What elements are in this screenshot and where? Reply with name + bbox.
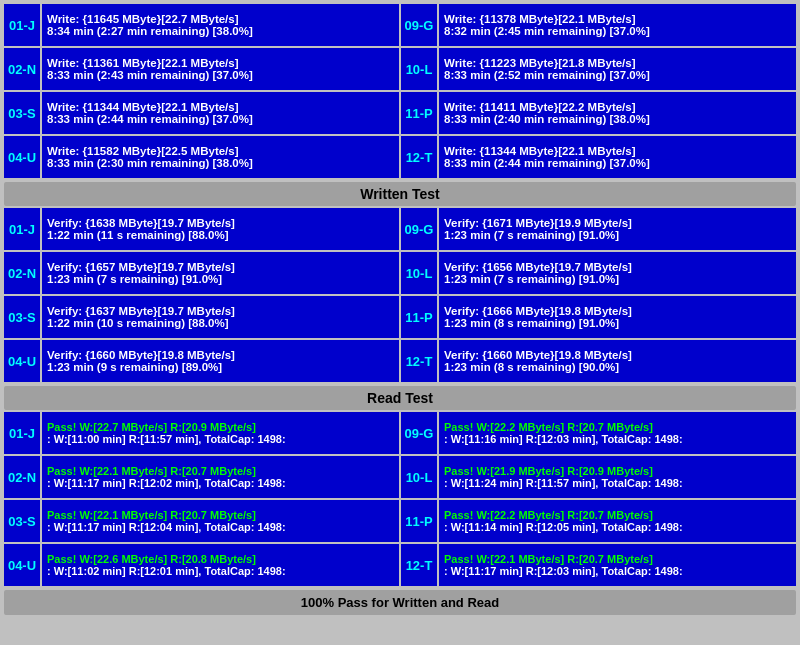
write-section: 01-JWrite: {11645 MByte}[22.7 MByte/s]8:… <box>4 4 796 178</box>
read-section: 01-JPass! W:[22.7 MByte/s] R:[20.9 MByte… <box>4 412 796 586</box>
cell-data-right-0: Write: {11378 MByte}[22.1 MByte/s]8:32 m… <box>439 4 796 46</box>
written-test-header: Written Test <box>4 182 796 206</box>
cell-line1-left-2: Verify: {1637 MByte}[19.7 MByte/s] <box>47 305 394 317</box>
cell-line2-right-1: 8:33 min (2:52 min remaining) [37.0%] <box>444 69 791 81</box>
cell-line2-left-2: : W:[11:17 min] R:[12:04 min], TotalCap:… <box>47 521 394 533</box>
cell-line1-right-0: Verify: {1671 MByte}[19.9 MByte/s] <box>444 217 791 229</box>
cell-line2-right-1: 1:23 min (7 s remaining) [91.0%] <box>444 273 791 285</box>
cell-data-right-2: Pass! W:[22.2 MByte/s] R:[20.7 MByte/s]:… <box>439 500 796 542</box>
cell-line1-right-2: Pass! W:[22.2 MByte/s] R:[20.7 MByte/s] <box>444 509 791 521</box>
cell-id-left-3: 04-U <box>4 136 40 178</box>
cell-line1-left-0: Write: {11645 MByte}[22.7 MByte/s] <box>47 13 394 25</box>
cell-data-left-2: Write: {11344 MByte}[22.1 MByte/s]8:33 m… <box>42 92 399 134</box>
footer-text: 100% Pass for Written and Read <box>301 595 499 610</box>
cell-line2-left-0: : W:[11:00 min] R:[11:57 min], TotalCap:… <box>47 433 394 445</box>
cell-data-right-3: Write: {11344 MByte}[22.1 MByte/s]8:33 m… <box>439 136 796 178</box>
cell-line2-left-0: 8:34 min (2:27 min remaining) [38.0%] <box>47 25 394 37</box>
cell-data-right-1: Write: {11223 MByte}[21.8 MByte/s]8:33 m… <box>439 48 796 90</box>
cell-id-right-2: 11-P <box>401 500 437 542</box>
verify-rows: 01-JVerify: {1638 MByte}[19.7 MByte/s]1:… <box>4 208 796 382</box>
cell-line1-left-0: Verify: {1638 MByte}[19.7 MByte/s] <box>47 217 394 229</box>
cell-line2-right-2: : W:[11:14 min] R:[12:05 min], TotalCap:… <box>444 521 791 533</box>
cell-data-right-0: Pass! W:[22.2 MByte/s] R:[20.7 MByte/s]:… <box>439 412 796 454</box>
data-row-0: 01-JPass! W:[22.7 MByte/s] R:[20.9 MByte… <box>4 412 796 454</box>
cell-id-right-1: 10-L <box>401 252 437 294</box>
cell-line2-left-1: 8:33 min (2:43 min remaining) [37.0%] <box>47 69 394 81</box>
cell-data-right-3: Verify: {1660 MByte}[19.8 MByte/s]1:23 m… <box>439 340 796 382</box>
read-test-header: Read Test <box>4 386 796 410</box>
read-test-label: Read Test <box>367 390 433 406</box>
cell-line1-right-2: Write: {11411 MByte}[22.2 MByte/s] <box>444 101 791 113</box>
cell-data-left-1: Pass! W:[22.1 MByte/s] R:[20.7 MByte/s]:… <box>42 456 399 498</box>
cell-id-right-3: 12-T <box>401 136 437 178</box>
cell-id-left-1: 02-N <box>4 456 40 498</box>
footer-bar: 100% Pass for Written and Read <box>4 590 796 615</box>
cell-id-right-1: 10-L <box>401 456 437 498</box>
cell-line1-right-0: Pass! W:[22.2 MByte/s] R:[20.7 MByte/s] <box>444 421 791 433</box>
data-row-1: 02-NWrite: {11361 MByte}[22.1 MByte/s]8:… <box>4 48 796 90</box>
cell-line1-right-3: Verify: {1660 MByte}[19.8 MByte/s] <box>444 349 791 361</box>
cell-line2-left-3: 1:23 min (9 s remaining) [89.0%] <box>47 361 394 373</box>
data-row-3: 04-UPass! W:[22.6 MByte/s] R:[20.8 MByte… <box>4 544 796 586</box>
cell-data-right-1: Pass! W:[21.9 MByte/s] R:[20.9 MByte/s]:… <box>439 456 796 498</box>
cell-id-right-0: 09-G <box>401 4 437 46</box>
cell-line1-right-1: Verify: {1656 MByte}[19.7 MByte/s] <box>444 261 791 273</box>
cell-data-left-3: Pass! W:[22.6 MByte/s] R:[20.8 MByte/s]:… <box>42 544 399 586</box>
cell-id-left-1: 02-N <box>4 48 40 90</box>
data-row-2: 03-SWrite: {11344 MByte}[22.1 MByte/s]8:… <box>4 92 796 134</box>
cell-data-left-2: Verify: {1637 MByte}[19.7 MByte/s]1:22 m… <box>42 296 399 338</box>
cell-line1-left-1: Write: {11361 MByte}[22.1 MByte/s] <box>47 57 394 69</box>
cell-data-right-0: Verify: {1671 MByte}[19.9 MByte/s]1:23 m… <box>439 208 796 250</box>
cell-line2-right-0: : W:[11:16 min] R:[12:03 min], TotalCap:… <box>444 433 791 445</box>
cell-id-right-0: 09-G <box>401 412 437 454</box>
written-test-label: Written Test <box>360 186 440 202</box>
cell-line2-right-2: 1:23 min (8 s remaining) [91.0%] <box>444 317 791 329</box>
cell-id-left-0: 01-J <box>4 208 40 250</box>
cell-line1-right-2: Verify: {1666 MByte}[19.8 MByte/s] <box>444 305 791 317</box>
cell-data-left-3: Verify: {1660 MByte}[19.8 MByte/s]1:23 m… <box>42 340 399 382</box>
cell-id-left-0: 01-J <box>4 4 40 46</box>
cell-id-left-3: 04-U <box>4 340 40 382</box>
cell-line2-right-3: : W:[11:17 min] R:[12:03 min], TotalCap:… <box>444 565 791 577</box>
cell-line1-left-3: Verify: {1660 MByte}[19.8 MByte/s] <box>47 349 394 361</box>
cell-line1-left-2: Pass! W:[22.1 MByte/s] R:[20.7 MByte/s] <box>47 509 394 521</box>
cell-line1-right-1: Write: {11223 MByte}[21.8 MByte/s] <box>444 57 791 69</box>
cell-data-left-3: Write: {11582 MByte}[22.5 MByte/s]8:33 m… <box>42 136 399 178</box>
cell-line1-left-1: Pass! W:[22.1 MByte/s] R:[20.7 MByte/s] <box>47 465 394 477</box>
cell-line1-left-0: Pass! W:[22.7 MByte/s] R:[20.9 MByte/s] <box>47 421 394 433</box>
cell-id-right-3: 12-T <box>401 340 437 382</box>
cell-line1-right-3: Pass! W:[22.1 MByte/s] R:[20.7 MByte/s] <box>444 553 791 565</box>
cell-data-left-0: Write: {11645 MByte}[22.7 MByte/s]8:34 m… <box>42 4 399 46</box>
cell-id-left-2: 03-S <box>4 296 40 338</box>
cell-id-right-0: 09-G <box>401 208 437 250</box>
verify-section: 01-JVerify: {1638 MByte}[19.7 MByte/s]1:… <box>4 208 796 382</box>
cell-line2-left-2: 1:22 min (10 s remaining) [88.0%] <box>47 317 394 329</box>
cell-data-left-2: Pass! W:[22.1 MByte/s] R:[20.7 MByte/s]:… <box>42 500 399 542</box>
cell-line2-right-1: : W:[11:24 min] R:[11:57 min], TotalCap:… <box>444 477 791 489</box>
cell-line2-right-0: 1:23 min (7 s remaining) [91.0%] <box>444 229 791 241</box>
data-row-0: 01-JWrite: {11645 MByte}[22.7 MByte/s]8:… <box>4 4 796 46</box>
cell-data-right-2: Write: {11411 MByte}[22.2 MByte/s]8:33 m… <box>439 92 796 134</box>
cell-id-right-1: 10-L <box>401 48 437 90</box>
data-row-2: 03-SVerify: {1637 MByte}[19.7 MByte/s]1:… <box>4 296 796 338</box>
cell-line2-left-2: 8:33 min (2:44 min remaining) [37.0%] <box>47 113 394 125</box>
main-container: 01-JWrite: {11645 MByte}[22.7 MByte/s]8:… <box>0 0 800 619</box>
cell-data-right-2: Verify: {1666 MByte}[19.8 MByte/s]1:23 m… <box>439 296 796 338</box>
cell-line1-right-1: Pass! W:[21.9 MByte/s] R:[20.9 MByte/s] <box>444 465 791 477</box>
cell-data-left-0: Pass! W:[22.7 MByte/s] R:[20.9 MByte/s]:… <box>42 412 399 454</box>
cell-line1-left-3: Write: {11582 MByte}[22.5 MByte/s] <box>47 145 394 157</box>
cell-line2-left-1: 1:23 min (7 s remaining) [91.0%] <box>47 273 394 285</box>
cell-line2-left-3: 8:33 min (2:30 min remaining) [38.0%] <box>47 157 394 169</box>
data-row-0: 01-JVerify: {1638 MByte}[19.7 MByte/s]1:… <box>4 208 796 250</box>
cell-line1-left-1: Verify: {1657 MByte}[19.7 MByte/s] <box>47 261 394 273</box>
data-row-2: 03-SPass! W:[22.1 MByte/s] R:[20.7 MByte… <box>4 500 796 542</box>
cell-id-right-3: 12-T <box>401 544 437 586</box>
cell-line1-left-3: Pass! W:[22.6 MByte/s] R:[20.8 MByte/s] <box>47 553 394 565</box>
cell-id-right-2: 11-P <box>401 92 437 134</box>
cell-line1-right-3: Write: {11344 MByte}[22.1 MByte/s] <box>444 145 791 157</box>
cell-line2-left-3: : W:[11:02 min] R:[12:01 min], TotalCap:… <box>47 565 394 577</box>
cell-line2-right-0: 8:32 min (2:45 min remaining) [37.0%] <box>444 25 791 37</box>
cell-id-left-2: 03-S <box>4 92 40 134</box>
cell-id-left-1: 02-N <box>4 252 40 294</box>
cell-line1-right-0: Write: {11378 MByte}[22.1 MByte/s] <box>444 13 791 25</box>
